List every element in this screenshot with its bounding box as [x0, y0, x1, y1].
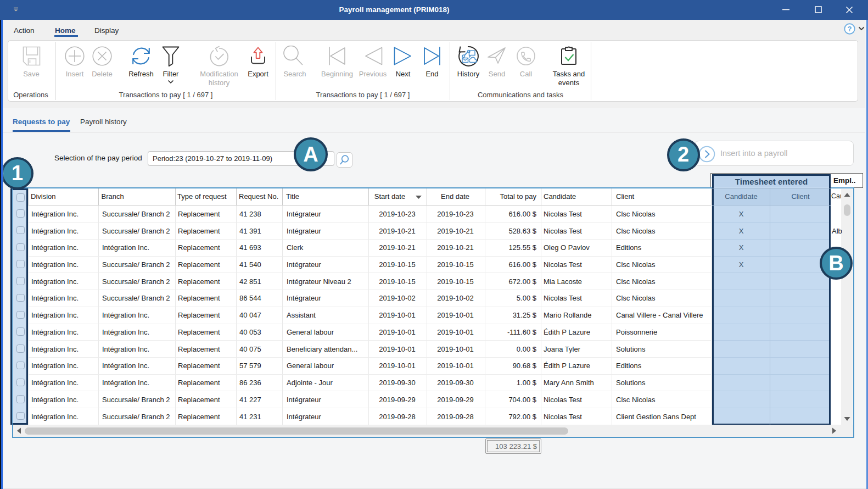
- svg-text:?: ?: [848, 25, 852, 33]
